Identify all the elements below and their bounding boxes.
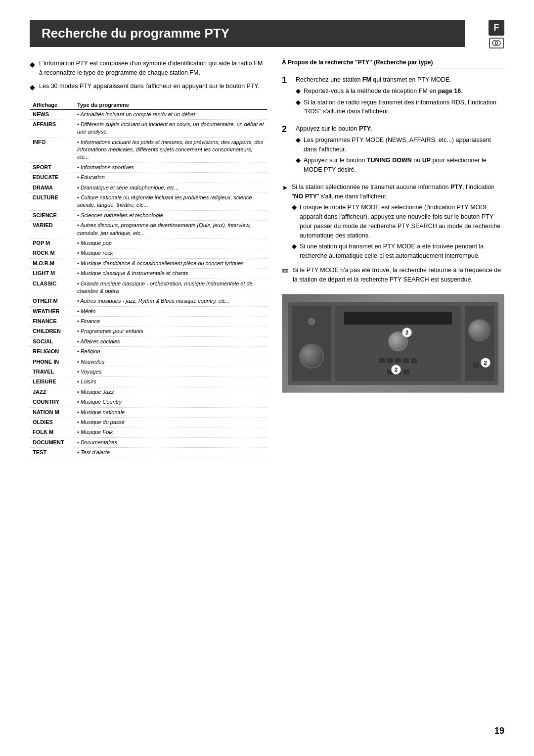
note-arrow-main: Si la station sélectionnée ne transmet a… (292, 183, 504, 201)
table-cell-name-27: FOLK M (30, 427, 74, 437)
device-buttons-row (379, 358, 417, 363)
device-rbtn-2: 2 (481, 363, 487, 368)
right-column: À Propos de la recherche "PTY" (Recherch… (282, 59, 504, 458)
table-cell-desc-28: • Documentaires (74, 437, 267, 447)
table-cell-name-9: POP M (30, 238, 74, 248)
step-2-b1-text: Les programmes PTY MODE (NEWS, AFFAIRS, … (304, 136, 504, 154)
bullet-d3: ◆ (296, 136, 301, 154)
table-cell-desc-0: • Actualités incluant un compte rendu et… (74, 109, 267, 119)
left-column: ◆ L'information PTY est composée d'un sy… (30, 59, 267, 458)
device-vol-knob (299, 344, 324, 369)
table-cell-name-28: DOCUMENT (30, 437, 74, 447)
table-row: TRAVEL• Voyages (30, 367, 267, 377)
table-cell-name-0: NEWS (30, 109, 74, 119)
table-row: ROCK M• Musique rock (30, 248, 267, 258)
table-cell-name-14: OTHER M (30, 296, 74, 306)
table-cell-desc-18: • Affaires sociales (74, 336, 267, 346)
table-cell-name-11: M.O.R.M (30, 258, 74, 268)
step-2-content: Appuyez sur le bouton PTY. ◆ Les program… (296, 124, 504, 175)
tape-note-icon: 📼 (282, 267, 289, 284)
badge-2-right: 2 (481, 358, 490, 368)
note-bullet-1: ◆ Lorsque le mode PTY MODE est sélection… (292, 203, 504, 240)
device-right-panel: 2 (465, 306, 494, 381)
table-cell-desc-22: • Loisirs (74, 377, 267, 387)
bullet-diamond-1: ◆ (30, 59, 35, 78)
table-row: CHILDREN• Programmes pour enfants (30, 327, 267, 336)
step-1-b1-text: Reportez-vous à la méthode de réception … (304, 87, 463, 96)
device-main-knob (468, 319, 490, 341)
table-cell-desc-15: • Météo (74, 306, 267, 316)
step-2-bullet-1: ◆ Les programmes PTY MODE (NEWS, AFFAIRS… (296, 136, 504, 154)
table-cell-name-5: DRAMA (30, 183, 74, 192)
table-cell-desc-27: • Musique Folk (74, 427, 267, 437)
device-left-panel (292, 306, 331, 381)
bullet-d2: ◆ (296, 98, 301, 117)
table-row: COUNTRY• Musique Country (30, 397, 267, 407)
table-row: SOCIAL• Affaires sociales (30, 336, 267, 346)
table-row: LEISURE• Loisirs (30, 377, 267, 387)
table-row: VARIED• Autres discours, programme de di… (30, 221, 267, 238)
note-b1-text: Lorsque le mode PTY MODE est sélectionné… (300, 203, 504, 240)
step-2-main: Appuyez sur le bouton PTY. (296, 124, 504, 134)
table-cell-name-19: RELIGION (30, 347, 74, 357)
table-cell-desc-14: • Autres musiques - jazz, Rythm & Blues … (74, 296, 267, 306)
table-cell-desc-21: • Voyages (74, 367, 267, 377)
device-btn-2 (387, 358, 393, 363)
device-display (344, 312, 451, 325)
table-row: OLDIES• Musique du passé (30, 418, 267, 427)
table-cell-name-24: COUNTRY (30, 397, 74, 407)
table-cell-desc-16: • Finance (74, 317, 267, 327)
table-row: FINANCE• Finance (30, 317, 267, 327)
table-row: SPORT• Informations sportives (30, 162, 267, 172)
step-1-bullet-2: ◆ Si la station de radio reçue transmet … (296, 98, 504, 117)
col2-header: Type du programme (74, 100, 267, 110)
table-cell-name-13: CLASSIC (30, 279, 74, 296)
table-cell-name-1: AFFAIRS (30, 119, 74, 137)
f-badge: F (489, 20, 504, 36)
table-cell-desc-5: • Dramatique et série radiophonique, etc… (74, 183, 267, 192)
table-cell-name-21: TRAVEL (30, 367, 74, 377)
table-row: POP M• Musique pop (30, 238, 267, 248)
table-cell-desc-23: • Musique Jazz (74, 387, 267, 397)
device-btn-4 (403, 358, 409, 363)
tape-note-section: 📼 Si le PTY MODE n'a pas été trouvé, la … (282, 266, 504, 284)
device-middle-panel: 2 2 (335, 306, 461, 381)
note-b2-text: Si une station qui transmet en PTY MODE … (300, 242, 504, 261)
tape-icon (489, 38, 504, 48)
table-row: EDUCATE• Éducation (30, 173, 267, 183)
main-content: ◆ L'information PTY est composée d'un sy… (30, 59, 504, 458)
table-cell-name-2: INFO (30, 137, 74, 162)
table-row: TEST• Test d'alerte (30, 448, 267, 458)
device-buttons-row-2: 2 (387, 370, 409, 375)
device-inner: 2 2 (282, 294, 504, 392)
table-row: CLASSIC• Grande musique classique - orch… (30, 279, 267, 296)
table-cell-name-16: FINANCE (30, 317, 74, 327)
col1-header: Affichage (30, 100, 74, 110)
table-row: PHONE IN• Nouvelles (30, 357, 267, 367)
table-cell-name-17: CHILDREN (30, 327, 74, 336)
intro-section: ◆ L'information PTY est composée d'un sy… (30, 59, 267, 93)
table-cell-desc-12: • Musique classique & instrumentale et c… (74, 269, 267, 279)
badge-2-left: 2 (402, 328, 412, 337)
table-cell-name-29: TEST (30, 448, 74, 458)
table-cell-desc-1: • Différents sujets incluant un incident… (74, 119, 267, 137)
table-cell-desc-6: • Culture nationale ou régionale incluan… (74, 193, 267, 211)
note-arrow-content: Si la station sélectionnée ne transmet a… (292, 183, 504, 261)
step-1-b2-text: Si la station de radio reçue transmet de… (304, 98, 504, 117)
section-header: À Propos de la recherche "PTY" (Recherch… (282, 59, 504, 68)
table-cell-name-20: PHONE IN (30, 357, 74, 367)
step-1-number: 1 (282, 75, 291, 86)
step-1-content: Recherchez une station FM qui transmet e… (296, 75, 504, 116)
device-btn-6: 2 (387, 370, 393, 375)
table-cell-name-25: NATION M (30, 407, 74, 417)
step-1-main: Recherchez une station FM qui transmet e… (296, 75, 504, 85)
table-cell-name-7: SCIENCE (30, 210, 74, 220)
device-tuning-knob: 2 (388, 331, 408, 351)
table-cell-name-15: WEATHER (30, 306, 74, 316)
f-badge-container: F (489, 20, 504, 48)
step-2-bullet-2: ◆ Appuyez sur le bouton TUNING DOWN ou U… (296, 156, 504, 175)
note-bd1: ◆ (292, 203, 297, 240)
table-cell-desc-11: • Musique d'ambiance & occasionnellement… (74, 258, 267, 268)
table-row: INFO• Informations incluant les poids et… (30, 137, 267, 162)
bullet-d1: ◆ (296, 87, 301, 96)
